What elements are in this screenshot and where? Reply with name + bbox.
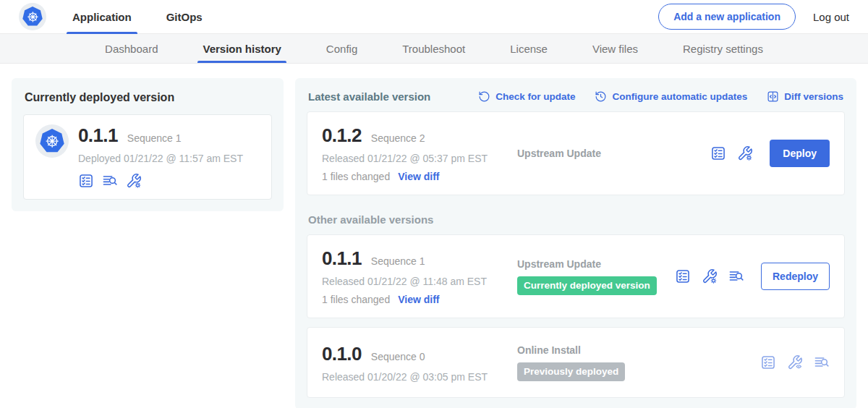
deployed-app-logo (35, 124, 69, 158)
version-actions: Deploy (710, 140, 830, 167)
check-for-update-label: Check for update (495, 91, 575, 102)
configure-automatic-updates-label: Configure automatic updates (612, 91, 747, 102)
tab-application[interactable]: Application (71, 0, 133, 34)
currently-deployed-title: Currently deployed version (25, 91, 271, 104)
version-info: 0.1.2 Sequence 2 Released 01/21/22 @ 05:… (322, 124, 509, 182)
subnav-config[interactable]: Config (304, 34, 380, 63)
add-new-application-button[interactable]: Add a new application (658, 4, 796, 30)
edit-config-icon[interactable] (702, 268, 718, 284)
version-number: 0.1.0 (322, 343, 362, 365)
version-number: 0.1.1 (322, 247, 362, 270)
version-released-timestamp: Released 01/20/22 @ 03:05 pm EST (322, 371, 509, 383)
deployed-version-card: 0.1.1 Sequence 1 Deployed 01/21/22 @ 11:… (23, 114, 272, 200)
edit-config-icon[interactable] (126, 173, 142, 189)
kubernetes-wheel-icon (40, 129, 64, 153)
subnav-version-history[interactable]: Version history (180, 34, 303, 63)
version-row-0-1-2: 0.1.2 Sequence 2 Released 01/21/22 @ 05:… (307, 111, 845, 195)
subnav-license[interactable]: License (488, 34, 570, 63)
view-diff-link[interactable]: View diff (398, 171, 439, 182)
version-source: Upstream Update Currently deployed versi… (509, 258, 675, 295)
preflight-checks-icon[interactable] (675, 268, 691, 284)
version-sequence: Sequence 1 (371, 255, 425, 267)
previously-deployed-badge: Previously deployed (517, 362, 625, 381)
view-config-icon[interactable] (787, 354, 803, 370)
deployed-action-icons (78, 173, 243, 189)
diff-versions-label: Diff versions (784, 91, 843, 102)
diff-versions-link[interactable]: Diff versions (767, 90, 843, 103)
source-label: Online Install (517, 344, 760, 356)
currently-deployed-badge: Currently deployed version (517, 276, 657, 295)
subnav-view-files[interactable]: View files (570, 34, 660, 63)
preflight-checks-icon[interactable] (78, 173, 94, 189)
version-actions (760, 354, 830, 370)
top-bar: Application GitOps Add a new application… (0, 0, 868, 34)
deployed-version-info: 0.1.1 Sequence 1 Deployed 01/21/22 @ 11:… (78, 124, 243, 189)
preflight-checks-icon[interactable] (710, 145, 726, 161)
diff-columns-icon (767, 90, 779, 103)
version-info: 0.1.0 Sequence 0 Released 01/20/22 @ 03:… (322, 343, 509, 383)
preflight-checks-icon[interactable] (760, 354, 776, 370)
deploy-button[interactable]: Deploy (770, 140, 830, 167)
app-subnav: Dashboard Version history Config Trouble… (0, 34, 868, 64)
deployed-timestamp: Deployed 01/21/22 @ 11:57 am EST (78, 153, 243, 164)
tab-gitops-label: GitOps (166, 11, 203, 23)
view-logs-icon[interactable] (728, 268, 744, 284)
version-source: Online Install Previously deployed (509, 344, 760, 381)
kubernetes-wheel-icon (22, 7, 43, 27)
app-logo (19, 3, 46, 30)
version-sequence: Sequence 0 (371, 351, 425, 362)
tab-gitops[interactable]: GitOps (165, 0, 204, 34)
version-history-panel: Latest available version Check for updat… (295, 78, 856, 408)
deployed-version-number: 0.1.1 (78, 124, 118, 147)
version-source: Upstream Update (509, 148, 710, 159)
source-label: Upstream Update (517, 258, 675, 270)
view-logs-icon[interactable] (102, 173, 118, 189)
tab-application-label: Application (72, 11, 132, 23)
subnav-troubleshoot[interactable]: Troubleshoot (380, 34, 488, 63)
version-info: 0.1.1 Sequence 1 Released 01/21/22 @ 11:… (322, 247, 509, 305)
latest-version-title: Latest available version (308, 90, 430, 103)
schedule-refresh-icon (595, 90, 607, 103)
edit-config-icon[interactable] (737, 145, 753, 161)
app-tabs: Application GitOps (71, 0, 236, 34)
version-sequence: Sequence 2 (371, 132, 425, 144)
version-row-0-1-1: 0.1.1 Sequence 1 Released 01/21/22 @ 11:… (307, 234, 845, 318)
logout-button[interactable]: Log out (813, 11, 849, 23)
view-diff-link[interactable]: View diff (398, 294, 439, 305)
view-logs-icon[interactable] (814, 354, 830, 370)
latest-version-header: Latest available version Check for updat… (308, 90, 843, 103)
source-label: Upstream Update (517, 148, 710, 159)
version-row-0-1-0: 0.1.0 Sequence 0 Released 01/20/22 @ 03:… (307, 327, 845, 398)
version-header-actions: Check for update Configure automatic upd… (478, 90, 843, 103)
redeploy-button[interactable]: Redeploy (761, 263, 830, 290)
other-available-versions-title: Other available versions (308, 213, 843, 226)
version-number: 0.1.2 (322, 124, 362, 147)
top-bar-actions: Add a new application Log out (658, 4, 849, 30)
subnav-registry-settings[interactable]: Registry settings (660, 34, 786, 63)
refresh-icon (478, 90, 490, 103)
configure-automatic-updates-link[interactable]: Configure automatic updates (595, 90, 747, 103)
version-released-timestamp: Released 01/21/22 @ 05:37 pm EST (322, 153, 509, 164)
files-changed-label: 1 files changed (322, 294, 390, 305)
version-actions: Redeploy (675, 263, 830, 290)
main-content: Currently deployed version 0.1.1 (0, 64, 868, 408)
files-changed-label: 1 files changed (322, 171, 390, 182)
subnav-dashboard[interactable]: Dashboard (82, 34, 180, 63)
deployed-sequence: Sequence 1 (127, 132, 182, 144)
check-for-update-link[interactable]: Check for update (478, 90, 575, 103)
currently-deployed-panel: Currently deployed version 0.1.1 (12, 78, 284, 211)
version-released-timestamp: Released 01/21/22 @ 11:48 am EST (322, 276, 509, 287)
